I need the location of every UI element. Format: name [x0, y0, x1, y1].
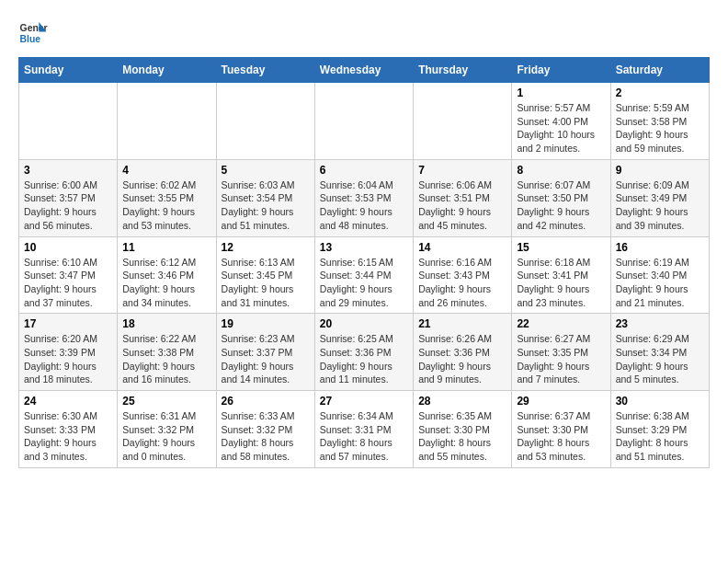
calendar-week-2: 10Sunrise: 6:10 AMSunset: 3:47 PMDayligh… — [19, 236, 710, 314]
calendar-cell: 11Sunrise: 6:12 AMSunset: 3:46 PMDayligh… — [118, 236, 216, 314]
calendar: SundayMondayTuesdayWednesdayThursdayFrid… — [18, 57, 710, 468]
calendar-cell — [118, 83, 216, 160]
day-number: 30 — [616, 395, 704, 408]
header-sunday: Sunday — [19, 58, 118, 83]
header-friday: Friday — [512, 58, 610, 83]
day-info: Sunrise: 6:09 AMSunset: 3:49 PMDaylight:… — [616, 178, 704, 233]
day-number: 16 — [616, 241, 704, 254]
day-info: Sunrise: 5:59 AMSunset: 3:58 PMDaylight:… — [616, 101, 704, 155]
day-number: 3 — [24, 164, 112, 177]
day-info: Sunrise: 6:20 AMSunset: 3:39 PMDaylight:… — [24, 332, 112, 386]
day-number: 1 — [517, 86, 605, 99]
calendar-week-1: 3Sunrise: 6:00 AMSunset: 3:57 PMDaylight… — [19, 159, 710, 236]
day-info: Sunrise: 6:38 AMSunset: 3:29 PMDaylight:… — [616, 409, 704, 464]
day-info: Sunrise: 6:04 AMSunset: 3:53 PMDaylight:… — [320, 178, 408, 233]
day-number: 17 — [24, 317, 112, 330]
day-number: 7 — [418, 164, 506, 177]
calendar-week-3: 17Sunrise: 6:20 AMSunset: 3:39 PMDayligh… — [19, 314, 710, 391]
day-number: 27 — [320, 395, 408, 408]
day-info: Sunrise: 6:16 AMSunset: 3:43 PMDaylight:… — [418, 256, 506, 310]
calendar-cell: 7Sunrise: 6:06 AMSunset: 3:51 PMDaylight… — [414, 159, 512, 236]
calendar-week-0: 1Sunrise: 5:57 AMSunset: 4:00 PMDaylight… — [19, 83, 710, 160]
calendar-cell: 4Sunrise: 6:02 AMSunset: 3:55 PMDaylight… — [118, 159, 216, 236]
day-info: Sunrise: 6:31 AMSunset: 3:32 PMDaylight:… — [122, 409, 210, 464]
day-info: Sunrise: 6:07 AMSunset: 3:50 PMDaylight:… — [517, 178, 605, 233]
day-number: 15 — [517, 241, 605, 254]
calendar-cell — [414, 83, 512, 160]
calendar-cell: 28Sunrise: 6:35 AMSunset: 3:30 PMDayligh… — [414, 391, 512, 468]
calendar-cell: 2Sunrise: 5:59 AMSunset: 3:58 PMDaylight… — [610, 83, 709, 160]
day-number: 14 — [418, 241, 506, 254]
calendar-cell: 30Sunrise: 6:38 AMSunset: 3:29 PMDayligh… — [610, 391, 709, 468]
day-info: Sunrise: 6:23 AMSunset: 3:37 PMDaylight:… — [222, 332, 310, 386]
calendar-cell: 5Sunrise: 6:03 AMSunset: 3:54 PMDaylight… — [216, 159, 314, 236]
calendar-cell: 3Sunrise: 6:00 AMSunset: 3:57 PMDaylight… — [19, 159, 118, 236]
day-number: 11 — [122, 241, 210, 254]
day-info: Sunrise: 6:02 AMSunset: 3:55 PMDaylight:… — [122, 178, 210, 233]
calendar-cell: 25Sunrise: 6:31 AMSunset: 3:32 PMDayligh… — [118, 391, 216, 468]
day-info: Sunrise: 6:15 AMSunset: 3:44 PMDaylight:… — [320, 256, 408, 310]
calendar-cell — [19, 83, 118, 160]
day-info: Sunrise: 6:25 AMSunset: 3:36 PMDaylight:… — [320, 332, 408, 386]
calendar-cell: 14Sunrise: 6:16 AMSunset: 3:43 PMDayligh… — [414, 236, 512, 314]
day-number: 8 — [517, 164, 605, 177]
day-number: 18 — [122, 317, 210, 330]
day-number: 6 — [320, 164, 408, 177]
calendar-cell: 6Sunrise: 6:04 AMSunset: 3:53 PMDaylight… — [314, 159, 413, 236]
logo-icon: General Blue — [18, 18, 48, 48]
day-number: 23 — [616, 317, 704, 330]
day-number: 2 — [616, 86, 704, 99]
svg-text:Blue: Blue — [20, 34, 41, 44]
calendar-cell: 15Sunrise: 6:18 AMSunset: 3:41 PMDayligh… — [512, 236, 610, 314]
day-number: 10 — [24, 241, 112, 254]
day-info: Sunrise: 6:29 AMSunset: 3:34 PMDaylight:… — [616, 332, 704, 386]
day-number: 12 — [222, 241, 310, 254]
day-info: Sunrise: 6:22 AMSunset: 3:38 PMDaylight:… — [122, 332, 210, 386]
day-number: 25 — [122, 395, 210, 408]
day-info: Sunrise: 6:03 AMSunset: 3:54 PMDaylight:… — [222, 178, 310, 233]
header-saturday: Saturday — [610, 58, 709, 83]
calendar-cell: 22Sunrise: 6:27 AMSunset: 3:35 PMDayligh… — [512, 314, 610, 391]
day-number: 20 — [320, 317, 408, 330]
calendar-week-4: 24Sunrise: 6:30 AMSunset: 3:33 PMDayligh… — [19, 391, 710, 468]
day-number: 19 — [222, 317, 310, 330]
calendar-cell: 1Sunrise: 5:57 AMSunset: 4:00 PMDaylight… — [512, 83, 610, 160]
day-info: Sunrise: 6:19 AMSunset: 3:40 PMDaylight:… — [616, 256, 704, 310]
calendar-cell: 20Sunrise: 6:25 AMSunset: 3:36 PMDayligh… — [314, 314, 413, 391]
calendar-cell: 17Sunrise: 6:20 AMSunset: 3:39 PMDayligh… — [19, 314, 118, 391]
header-thursday: Thursday — [414, 58, 512, 83]
header-wednesday: Wednesday — [314, 58, 413, 83]
day-info: Sunrise: 6:13 AMSunset: 3:45 PMDaylight:… — [222, 256, 310, 310]
calendar-cell: 13Sunrise: 6:15 AMSunset: 3:44 PMDayligh… — [314, 236, 413, 314]
calendar-cell: 27Sunrise: 6:34 AMSunset: 3:31 PMDayligh… — [314, 391, 413, 468]
day-info: Sunrise: 5:57 AMSunset: 4:00 PMDaylight:… — [517, 101, 605, 155]
calendar-cell: 16Sunrise: 6:19 AMSunset: 3:40 PMDayligh… — [610, 236, 709, 314]
header-tuesday: Tuesday — [216, 58, 314, 83]
day-info: Sunrise: 6:37 AMSunset: 3:30 PMDaylight:… — [517, 409, 605, 464]
day-number: 4 — [122, 164, 210, 177]
calendar-cell: 9Sunrise: 6:09 AMSunset: 3:49 PMDaylight… — [610, 159, 709, 236]
day-info: Sunrise: 6:27 AMSunset: 3:35 PMDaylight:… — [517, 332, 605, 386]
day-number: 28 — [418, 395, 506, 408]
day-info: Sunrise: 6:12 AMSunset: 3:46 PMDaylight:… — [122, 256, 210, 310]
calendar-cell: 23Sunrise: 6:29 AMSunset: 3:34 PMDayligh… — [610, 314, 709, 391]
day-number: 29 — [517, 395, 605, 408]
calendar-cell: 12Sunrise: 6:13 AMSunset: 3:45 PMDayligh… — [216, 236, 314, 314]
calendar-cell: 18Sunrise: 6:22 AMSunset: 3:38 PMDayligh… — [118, 314, 216, 391]
calendar-cell: 24Sunrise: 6:30 AMSunset: 3:33 PMDayligh… — [19, 391, 118, 468]
calendar-cell: 8Sunrise: 6:07 AMSunset: 3:50 PMDaylight… — [512, 159, 610, 236]
day-info: Sunrise: 6:33 AMSunset: 3:32 PMDaylight:… — [222, 409, 310, 464]
calendar-cell — [314, 83, 413, 160]
day-number: 21 — [418, 317, 506, 330]
day-number: 24 — [24, 395, 112, 408]
calendar-cell — [216, 83, 314, 160]
day-info: Sunrise: 6:26 AMSunset: 3:36 PMDaylight:… — [418, 332, 506, 386]
day-info: Sunrise: 6:35 AMSunset: 3:30 PMDaylight:… — [418, 409, 506, 464]
header: General Blue — [18, 18, 710, 48]
day-number: 13 — [320, 241, 408, 254]
calendar-cell: 26Sunrise: 6:33 AMSunset: 3:32 PMDayligh… — [216, 391, 314, 468]
day-number: 22 — [517, 317, 605, 330]
calendar-cell: 29Sunrise: 6:37 AMSunset: 3:30 PMDayligh… — [512, 391, 610, 468]
calendar-header-row: SundayMondayTuesdayWednesdayThursdayFrid… — [19, 58, 710, 83]
calendar-cell: 19Sunrise: 6:23 AMSunset: 3:37 PMDayligh… — [216, 314, 314, 391]
